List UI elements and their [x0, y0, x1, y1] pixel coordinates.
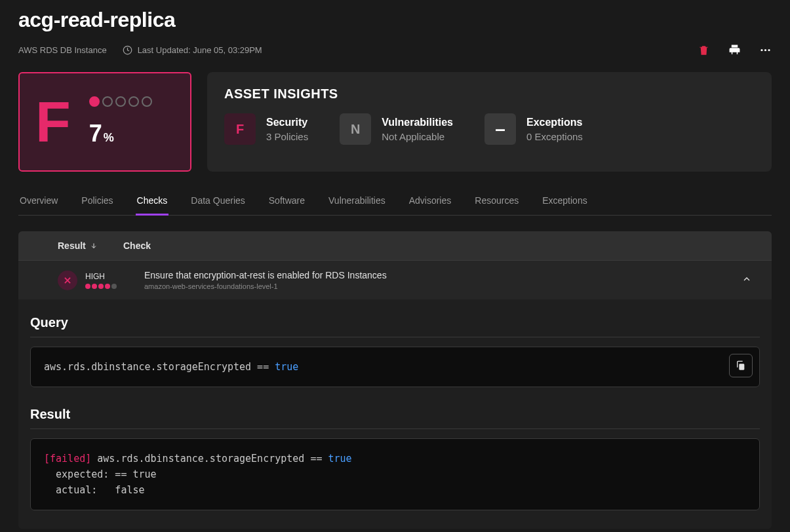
sort-down-icon [90, 242, 98, 250]
insight-label: Vulnerabilities [382, 117, 453, 128]
check-policy-group: amazon-web-services-foundations-level-1 [144, 282, 387, 290]
check-detail-panel: Query aws.rds.dbinstance.storageEncrypte… [18, 299, 772, 529]
tab-exceptions[interactable]: Exceptions [541, 190, 588, 216]
fail-icon [58, 271, 77, 290]
delete-button[interactable] [698, 44, 710, 56]
insight-label: Security [266, 117, 308, 128]
score-percent: 7% [89, 120, 152, 147]
score-card: F 7% [18, 72, 191, 172]
query-code-block: aws.rds.dbinstance.storageEncrypted == t… [30, 347, 760, 387]
insight-value: 0 Exceptions [526, 131, 583, 142]
insight-value: Not Applicable [382, 131, 453, 142]
tab-data-queries[interactable]: Data Queries [189, 190, 246, 216]
insight-badge: N [340, 113, 371, 145]
insight-badge: – [484, 113, 516, 145]
score-dots [89, 96, 152, 107]
tab-vulnerabilities[interactable]: Vulnerabilities [327, 190, 387, 216]
tab-bar: OverviewPoliciesChecksData QueriesSoftwa… [18, 190, 772, 216]
check-name: Ensure that encryption-at-rest is enable… [144, 270, 387, 280]
insight-value: 3 Policies [266, 131, 308, 142]
severity-dots [85, 284, 144, 289]
insight-item[interactable]: N Vulnerabilities Not Applicable [340, 113, 453, 145]
clock-icon [123, 45, 132, 55]
page-title: acg-read-replica [18, 8, 772, 32]
last-updated-label: Last Updated: June 05, 03:29PM [138, 45, 262, 55]
chevron-up-icon[interactable] [741, 274, 752, 287]
svg-point-3 [768, 49, 770, 51]
result-section-title: Result [30, 407, 760, 429]
column-header-result[interactable]: Result [31, 240, 123, 251]
svg-rect-7 [739, 364, 744, 370]
severity-label: HIGH [85, 272, 144, 281]
copy-button[interactable] [729, 354, 753, 377]
insight-item[interactable]: F Security 3 Policies [224, 113, 308, 145]
svg-point-1 [760, 49, 762, 51]
check-row[interactable]: HIGH Ensure that encryption-at-rest is e… [18, 260, 772, 299]
insight-item[interactable]: – Exceptions 0 Exceptions [484, 113, 583, 145]
tab-overview[interactable]: Overview [18, 190, 59, 216]
tab-resources[interactable]: Resources [473, 190, 520, 216]
tab-advisories[interactable]: Advisories [408, 190, 453, 216]
print-button[interactable] [728, 44, 741, 56]
svg-point-2 [764, 49, 766, 51]
asset-type-label: AWS RDS DB Instance [18, 45, 107, 55]
column-header-check[interactable]: Check [123, 240, 759, 251]
insight-label: Exceptions [526, 117, 583, 128]
tab-software[interactable]: Software [267, 190, 306, 216]
result-code-block: [failed] aws.rds.dbinstance.storageEncry… [30, 438, 760, 510]
more-options-button[interactable] [759, 44, 772, 56]
checks-table: Result Check HIGH Ensure that encryption… [18, 231, 772, 529]
insights-title: ASSET INSIGHTS [224, 86, 755, 102]
insights-card: ASSET INSIGHTS F Security 3 Policies N V… [207, 72, 772, 172]
tab-policies[interactable]: Policies [80, 190, 114, 216]
insight-badge: F [224, 113, 256, 145]
query-section-title: Query [30, 315, 760, 337]
score-grade: F [35, 93, 71, 151]
tab-checks[interactable]: Checks [136, 190, 169, 216]
